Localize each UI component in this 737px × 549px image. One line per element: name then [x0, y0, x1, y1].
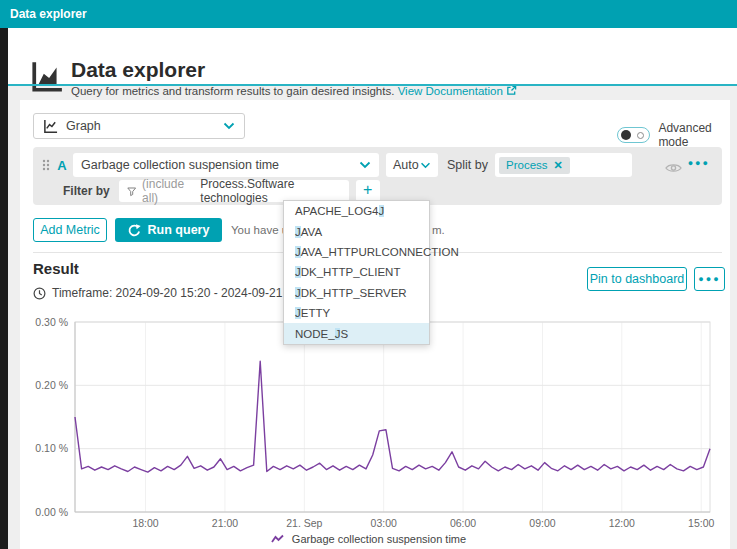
collapsed-sidebar-strip[interactable]	[0, 28, 8, 549]
run-query-label: Run query	[148, 223, 210, 237]
titlebar-title: Data explorer	[10, 7, 87, 21]
legend-line-icon	[271, 534, 285, 544]
technology-dropdown: APACHE_LOG4JJAVAJAVA_HTTPURLCONNECTIONJD…	[283, 200, 430, 345]
filter-row: Filter by (include all) Process.Software…	[33, 180, 722, 202]
visualization-select[interactable]: Graph	[33, 113, 245, 139]
result-title: Result	[33, 260, 79, 277]
toggle-on-knob	[621, 130, 631, 140]
funnel-filter-icon	[127, 186, 136, 197]
timeframe-text: Timeframe: 2024-09-20 15:20 - 2024-09-21…	[52, 286, 316, 300]
timeframe-row: Timeframe: 2024-09-20 15:20 - 2024-09-21…	[33, 286, 316, 300]
dropdown-item[interactable]: JDK_HTTP_SERVER	[284, 283, 429, 303]
toggle-off-knob	[637, 132, 644, 139]
dropdown-item[interactable]: JDK_HTTP_CLIENT	[284, 262, 429, 282]
filter-include-all: (include all)	[142, 177, 194, 205]
refresh-icon	[128, 224, 141, 237]
advanced-mode-label: Advanced mode	[658, 121, 737, 149]
aggregation-select[interactable]: Auto	[386, 153, 438, 177]
unapplied-changes-text-tail: m.	[432, 224, 445, 236]
dropdown-item[interactable]: JAVA_HTTPURLCONNECTION	[284, 242, 429, 262]
split-by-label: Split by	[447, 158, 488, 172]
metric-name-value: Garbage collection suspension time	[81, 158, 279, 172]
run-query-button[interactable]: Run query	[115, 218, 222, 242]
advanced-mode-control: Advanced mode	[617, 121, 737, 149]
chip-close-icon[interactable]: ✕	[554, 159, 563, 172]
aggregation-value: Auto	[393, 158, 419, 172]
chip-label: Process	[506, 159, 548, 171]
visualization-value: Graph	[66, 119, 101, 133]
page-subtitle: Query for metrics and transform results …	[71, 85, 517, 97]
advanced-mode-toggle[interactable]	[617, 127, 650, 143]
view-documentation-link[interactable]: View Documentation	[398, 85, 503, 97]
filter-by-label: Filter by	[63, 184, 110, 198]
page-header: Data explorer Query for metrics and tran…	[8, 28, 737, 84]
external-link-icon	[506, 85, 517, 96]
chart-legend[interactable]: Garbage collection suspension time	[0, 533, 737, 545]
clock-icon	[33, 287, 46, 300]
metric-options-ellipsis-icon[interactable]: ●●●	[688, 158, 710, 168]
data-explorer-screen: Data explorer Data explorer Query for me…	[0, 0, 737, 549]
dropdown-item[interactable]: NODE_JS	[284, 323, 429, 343]
add-filter-button[interactable]: +	[356, 180, 380, 202]
legend-label: Garbage collection suspension time	[292, 533, 466, 545]
metric-name-select[interactable]: Garbage collection suspension time	[73, 153, 379, 177]
chevron-down-icon	[420, 162, 431, 169]
chevron-down-icon	[359, 161, 371, 169]
area-chart-icon	[30, 60, 64, 94]
add-metric-button[interactable]: Add Metric	[33, 218, 107, 242]
metric-row: A Garbage collection suspension time Aut…	[33, 152, 722, 178]
chevron-down-icon	[223, 122, 235, 130]
drag-handle-icon[interactable]	[41, 158, 51, 172]
metric-builder-panel: A Garbage collection suspension time Aut…	[33, 147, 722, 205]
pin-to-dashboard-button[interactable]: Pin to dashboard	[587, 267, 687, 291]
visibility-eye-icon[interactable]	[665, 162, 682, 174]
line-chart-icon	[43, 119, 58, 134]
split-by-input[interactable]: Process ✕	[495, 153, 632, 177]
result-options-ellipsis-button[interactable]: ●●●	[694, 267, 725, 291]
metric-letter-badge: A	[51, 158, 73, 173]
dropdown-item[interactable]: JAVA	[284, 221, 429, 241]
filter-input[interactable]: (include all) Process.Software technolog…	[119, 180, 349, 202]
split-by-chip[interactable]: Process ✕	[499, 157, 570, 174]
page-title: Data explorer	[71, 58, 205, 82]
dropdown-item[interactable]: JETTY	[284, 303, 429, 323]
window-titlebar: Data explorer	[0, 0, 737, 28]
header-accent-rule	[8, 84, 737, 86]
dropdown-item[interactable]: APACHE_LOG4J	[284, 201, 429, 221]
